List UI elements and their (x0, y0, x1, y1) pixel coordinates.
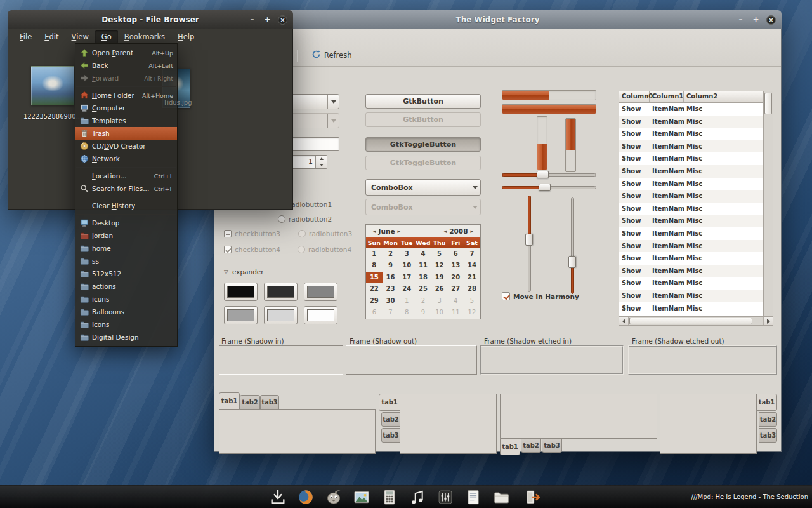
table-row[interactable]: ShowItemNameMisc (619, 190, 764, 203)
color-swatch-button[interactable] (264, 283, 298, 301)
files-icon[interactable] (492, 488, 510, 506)
expander[interactable]: ▽ expander (224, 268, 264, 276)
next-month-icon[interactable]: ▸ (395, 228, 403, 234)
minimize-button[interactable]: – (247, 15, 257, 25)
scale-handle[interactable] (525, 234, 533, 246)
calculator-icon[interactable] (380, 488, 398, 506)
calendar-day[interactable]: 19 (431, 272, 448, 283)
menubar-item-help[interactable]: Help (171, 30, 200, 43)
calendar-day[interactable]: 11 (447, 307, 464, 318)
firefox-icon[interactable] (296, 488, 315, 506)
calendar-day[interactable]: 13 (447, 260, 464, 271)
scroll-right-icon[interactable] (763, 317, 773, 325)
tab-bottom-tab3[interactable]: tab3 (542, 438, 562, 453)
menu-item-back[interactable]: BackAlt+Left (75, 59, 177, 72)
gtkbutton[interactable]: GtkButton (365, 94, 481, 109)
color-swatch-button[interactable] (304, 306, 337, 324)
vertical-scrollbar[interactable] (763, 91, 773, 316)
calendar-day[interactable]: 2 (415, 295, 431, 307)
menubar-item-file[interactable]: File (13, 30, 38, 43)
prev-month-icon[interactable]: ◂ (370, 228, 379, 234)
scroll-left-icon[interactable] (619, 317, 629, 325)
table-row[interactable]: ShowItemNameMisc (619, 103, 764, 116)
radio-icon[interactable] (278, 215, 285, 223)
scale-handle[interactable] (537, 171, 549, 178)
color-swatch-button[interactable] (224, 283, 258, 301)
scrollbar-handle[interactable] (629, 318, 752, 324)
table-row[interactable]: ShowItemNameMisc (619, 227, 764, 240)
checkbox-inconsistent-icon[interactable] (224, 230, 232, 237)
calendar-day[interactable]: 9 (383, 260, 399, 271)
calendar-day[interactable]: 29 (366, 295, 383, 307)
minimize-button[interactable]: – (736, 15, 745, 25)
tab-bottom-tab1[interactable]: tab1 (500, 438, 520, 455)
calendar-day[interactable]: 6 (366, 307, 383, 318)
menu-item-icuns[interactable]: icuns (75, 293, 177, 305)
table-row[interactable]: ShowItemNameMisc (619, 215, 764, 227)
calendar-day[interactable]: 23 (383, 283, 399, 295)
menu-item-actions[interactable]: actions (75, 280, 177, 293)
menu-item-digital-design[interactable]: Digital Design (75, 331, 177, 344)
menubar-item-bookmarks[interactable]: Bookmarks (118, 30, 171, 43)
next-year-icon[interactable]: ▸ (468, 228, 476, 234)
menu-item-clear-history[interactable]: Clear History (75, 199, 177, 212)
scale-handle[interactable] (539, 184, 551, 191)
calendar-day[interactable]: 3 (431, 295, 448, 307)
calendar-day[interactable]: 1 (398, 295, 415, 307)
calendar-day[interactable]: 5 (431, 248, 448, 260)
horizontal-scrollbar[interactable] (619, 316, 773, 326)
tab-left-tab1[interactable]: tab1 (379, 394, 400, 411)
spin-up-icon[interactable] (320, 157, 324, 160)
menu-item-icons[interactable]: Icons (75, 318, 177, 331)
calendar-day[interactable]: 28 (464, 283, 480, 295)
tab-right-tab1[interactable]: tab1 (756, 394, 777, 411)
column-header-column1[interactable]: Column1 (650, 91, 684, 102)
table-row[interactable]: ShowItemNameMisc (619, 265, 764, 277)
calendar-day[interactable]: 7 (383, 307, 399, 318)
tab-top-tab3[interactable]: tab3 (260, 395, 279, 410)
photos-icon[interactable] (352, 488, 370, 506)
calendar-day[interactable]: 9 (415, 307, 431, 318)
tab-right-tab2[interactable]: tab2 (759, 412, 777, 427)
menubar-item-go[interactable]: Go (95, 30, 118, 43)
table-row[interactable]: ShowItemNameMisc (619, 302, 764, 315)
tab-top-tab1[interactable]: tab1 (219, 392, 240, 410)
calendar-day[interactable]: 10 (431, 307, 448, 318)
logout-icon[interactable] (523, 488, 542, 506)
menu-item-location[interactable]: Location...Ctrl+L (75, 170, 177, 182)
table-row[interactable]: ShowItemNameMisc (619, 140, 764, 153)
file-browser-titlebar[interactable]: Desktop - File Browser – + × (8, 10, 293, 29)
calendar-day[interactable]: 25 (415, 283, 431, 295)
column-header-column0[interactable]: Column0 (619, 91, 650, 102)
color-swatch-button[interactable] (224, 306, 258, 324)
table-row[interactable]: ShowItemNameMisc (619, 116, 764, 128)
calendar-day[interactable]: 21 (464, 272, 480, 283)
calendar-day[interactable]: 7 (464, 248, 480, 260)
calendar-day[interactable]: 17 (398, 272, 415, 283)
calendar-day[interactable]: 27 (447, 283, 464, 295)
calendar-day[interactable]: 22 (366, 283, 383, 295)
install-icon[interactable] (268, 488, 287, 506)
menu-item-cd-dvd-creator[interactable]: CD/DVD Creator (75, 140, 177, 152)
spinbutton-arrows[interactable] (315, 156, 327, 168)
scrollbar-handle[interactable] (764, 93, 772, 114)
gtktogglebutton[interactable]: GtkToggleButton (365, 137, 481, 152)
calendar-day[interactable]: 6 (447, 248, 464, 260)
menubar-item-edit[interactable]: Edit (38, 30, 65, 43)
menu-item-desktop[interactable]: Desktop (75, 217, 177, 229)
vscale-2[interactable] (568, 197, 577, 294)
widget-factory-titlebar[interactable]: The Widget Factory – + × (214, 10, 782, 29)
tab-right-tab3[interactable]: tab3 (759, 428, 777, 443)
hscale-1[interactable] (502, 170, 596, 179)
calendar-day[interactable]: 4 (447, 295, 464, 307)
menu-item-ss[interactable]: ss (75, 255, 177, 267)
music-icon[interactable] (408, 488, 426, 506)
calendar-day[interactable]: 30 (383, 295, 399, 307)
calendar-day[interactable]: 12 (464, 307, 480, 318)
calendar-day[interactable]: 8 (398, 307, 415, 318)
table-row[interactable]: ShowItemNameMisc (619, 165, 764, 178)
menu-item-home[interactable]: home (75, 242, 177, 255)
table-row[interactable]: ShowItemNameMisc (619, 128, 764, 140)
table-row[interactable]: ShowItemNameMisc (619, 252, 764, 265)
maximize-button[interactable]: + (751, 15, 761, 25)
